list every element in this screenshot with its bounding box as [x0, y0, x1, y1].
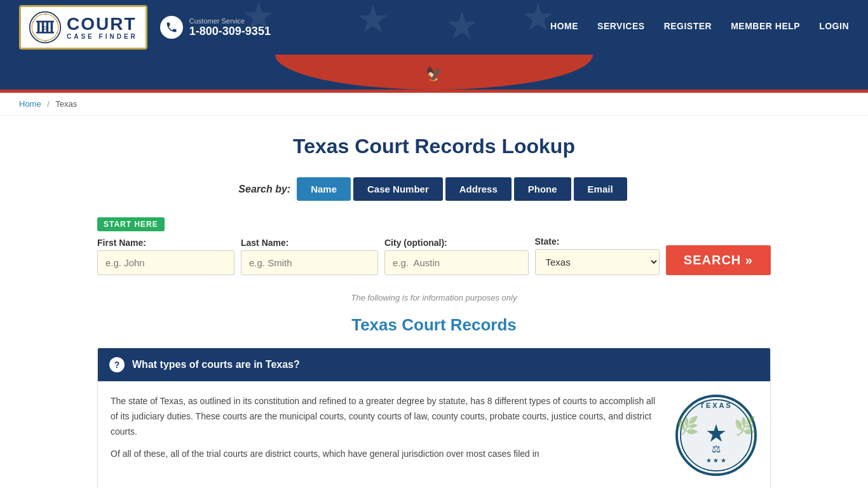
breadcrumb: Home / Texas: [0, 93, 868, 116]
logo-court-text: COURT: [67, 15, 137, 33]
nav-register[interactable]: REGISTER: [664, 21, 712, 34]
logo-emblem: ★ ★ ★ ★ ★ ★ ⚖: [29, 11, 62, 44]
start-here-badge: START HERE: [97, 217, 165, 231]
logo-case-finder-text: CASE FINDER: [67, 33, 138, 40]
search-by-row: Search by: Name Case Number Address Phon…: [97, 177, 771, 201]
info-text: The following is for information purpose…: [97, 293, 771, 302]
nav-member-help[interactable]: MEMBER HELP: [731, 21, 800, 34]
search-by-label: Search by:: [238, 184, 290, 195]
svg-rect-12: [36, 21, 54, 23]
tab-email[interactable]: Email: [574, 177, 627, 201]
customer-service: Customer Service 1-800-309-9351: [160, 16, 271, 39]
faq-header[interactable]: ? What types of courts are in Texas?: [98, 348, 770, 381]
page-title: Texas Court Records Lookup: [97, 135, 771, 158]
faq-question: What types of courts are in Texas?: [132, 359, 300, 370]
faq-icon: ?: [109, 357, 125, 372]
svg-text:★: ★: [705, 420, 727, 447]
faq-paragraph-1: The state of Texas, as outlined in its c…: [111, 394, 662, 439]
svg-text:⚖: ⚖: [43, 25, 48, 31]
cs-text: Customer Service 1-800-309-9351: [189, 17, 271, 38]
svg-text:★: ★: [44, 39, 47, 43]
svg-text:🌿: 🌿: [677, 416, 699, 437]
ribbon-area: 🦅 ★ ★ ★ ★ ★ ★: [0, 55, 868, 90]
breadcrumb-current: Texas: [55, 99, 77, 109]
first-name-group: First Name:: [97, 238, 234, 275]
main-content: Texas Court Records Lookup Search by: Na…: [85, 116, 783, 488]
first-name-input[interactable]: [97, 250, 234, 275]
svg-text:⚖: ⚖: [712, 444, 721, 454]
stars-left: ★ ★ ★: [358, 76, 383, 85]
last-name-label: Last Name:: [241, 238, 378, 248]
state-select[interactable]: AlabamaAlaskaArizonaArkansas CaliforniaC…: [535, 249, 660, 275]
nav-home[interactable]: HOME: [550, 21, 578, 34]
svg-text:TEXAS: TEXAS: [700, 402, 733, 409]
svg-rect-8: [37, 22, 39, 32]
city-label: City (optional):: [384, 238, 529, 248]
first-name-label: First Name:: [97, 238, 234, 248]
stars-right: ★ ★ ★: [485, 76, 510, 85]
texas-seal: ★ TEXAS 🌿 🌿 ★ ★ ★ ⚖: [675, 394, 757, 477]
svg-text:★: ★: [32, 20, 35, 24]
cs-label: Customer Service: [189, 17, 271, 25]
header-left: ★ ★ ★ ★ ★ ★ ⚖ COURT CASE FINDER: [19, 5, 271, 50]
faq-body: The state of Texas, as outlined in its c…: [98, 381, 770, 488]
logo-text: COURT CASE FINDER: [67, 15, 138, 40]
svg-text:★ ★ ★: ★ ★ ★: [706, 457, 727, 464]
form-row: First Name: Last Name: City (optional): …: [97, 236, 771, 275]
faq-item: ? What types of courts are in Texas? The…: [97, 348, 771, 488]
search-form-area: START HERE First Name: Last Name: City (…: [97, 211, 771, 281]
svg-rect-11: [51, 22, 53, 32]
tab-address[interactable]: Address: [445, 177, 512, 201]
logo[interactable]: ★ ★ ★ ★ ★ ★ ⚖ COURT CASE FINDER: [19, 5, 147, 50]
last-name-input[interactable]: [241, 250, 378, 275]
svg-rect-13: [36, 32, 54, 34]
eagle-icon: 🦅: [421, 65, 447, 86]
tab-case-number[interactable]: Case Number: [353, 177, 443, 201]
tab-name[interactable]: Name: [297, 177, 351, 201]
nav-login[interactable]: LOGIN: [819, 21, 849, 34]
phone-icon: [160, 16, 183, 39]
last-name-group: Last Name:: [241, 238, 378, 275]
svg-text:★: ★: [44, 12, 47, 16]
breadcrumb-home[interactable]: Home: [19, 99, 41, 109]
cs-phone: 1-800-309-9351: [189, 25, 271, 38]
site-header: ★ ★ ★ ★ ★ ★ ★ ★ ★ ★: [0, 0, 868, 55]
state-group: State: AlabamaAlaskaArizonaArkansas Cali…: [535, 236, 660, 275]
city-group: City (optional):: [384, 238, 529, 275]
section-title: Texas Court Records: [97, 315, 771, 335]
nav-services[interactable]: SERVICES: [597, 21, 645, 34]
breadcrumb-separator: /: [47, 99, 50, 109]
svg-text:🦅: 🦅: [426, 65, 444, 83]
city-input[interactable]: [384, 250, 529, 275]
svg-text:★: ★: [32, 30, 35, 34]
svg-text:🌿: 🌿: [734, 416, 756, 437]
faq-paragraph-2: Of all of these, all of the trial courts…: [111, 447, 662, 462]
tab-phone[interactable]: Phone: [514, 177, 571, 201]
star-decoration: ★: [356, 0, 390, 41]
main-nav: HOME SERVICES REGISTER MEMBER HELP LOGIN: [550, 21, 849, 34]
faq-text: The state of Texas, as outlined in its c…: [111, 394, 662, 477]
star-decoration: ★: [445, 3, 479, 48]
search-button[interactable]: SEARCH »: [666, 245, 771, 275]
state-label: State:: [535, 236, 660, 247]
